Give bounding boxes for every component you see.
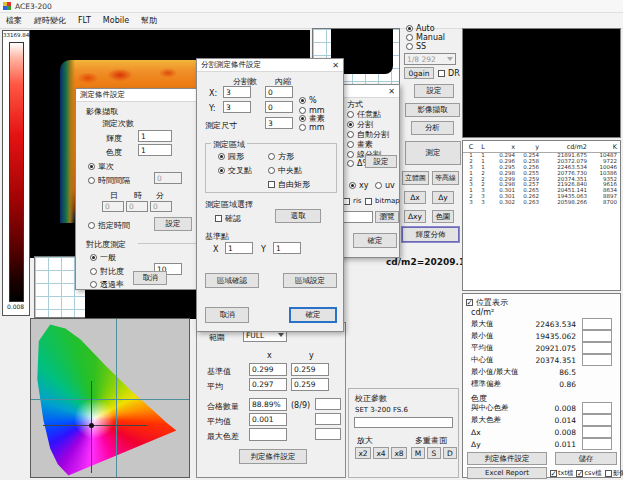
multi-d-button[interactable]: D: [443, 447, 457, 459]
zoom-x4-button[interactable]: x4: [373, 447, 389, 459]
x-div-field[interactable]: 3: [223, 86, 251, 98]
judge-condition-button[interactable]: 判定條件設定: [239, 449, 307, 464]
x-inset-field[interactable]: 0: [265, 86, 293, 98]
y-div-field[interactable]: 3: [223, 101, 251, 113]
stats-judge-button[interactable]: 判定條件設定: [467, 452, 547, 465]
avg-x-field[interactable]: 0.297: [249, 378, 287, 391]
luminance-dist-button[interactable]: 輝度分佈: [402, 227, 459, 242]
avg-y-field[interactable]: 0.259: [291, 378, 329, 391]
delta-y-button[interactable]: Δy: [432, 191, 454, 204]
menu-timechange[interactable]: 經時變化: [28, 15, 72, 26]
interval-field[interactable]: 0: [154, 172, 182, 184]
method-split-radio[interactable]: [347, 121, 354, 128]
region-cross-radio[interactable]: [218, 167, 225, 174]
csv-file-checkbox[interactable]: [576, 470, 583, 477]
timed-radio[interactable]: [88, 222, 95, 229]
method-anyp-radio[interactable]: [347, 111, 354, 118]
method-ok-button[interactable]: 確定: [353, 233, 397, 248]
gain-button[interactable]: 0gain: [404, 67, 434, 79]
menu-mobile[interactable]: Mobile: [97, 16, 135, 25]
base-y-field[interactable]: 1: [273, 242, 301, 254]
save-button[interactable]: 儲存: [555, 452, 617, 465]
measure-button[interactable]: 測定: [405, 141, 461, 165]
method-deltapct-radio[interactable]: [347, 160, 354, 167]
minute-field[interactable]: 0: [150, 201, 172, 212]
chevron-down-icon: [278, 333, 284, 337]
dialog-split-conditions: 分割測定條件設定 ✕ 分割數 內縮 X: 3 0 Y: 3 0 % mm 測定尺…: [196, 58, 344, 332]
timed-set-button[interactable]: 設定: [154, 217, 192, 231]
interval-radio[interactable]: [88, 177, 95, 184]
stats-rows-luminance: 最大值22463.534最小值19435.062平均值20921.075中心值2…: [463, 318, 620, 390]
method-linesplit-radio[interactable]: [347, 151, 354, 158]
ref-x-field[interactable]: 0.299: [249, 363, 287, 376]
set-button[interactable]: 設定: [414, 84, 454, 98]
analyze-button[interactable]: 分析: [411, 121, 454, 135]
table-row[interactable]: 330.3020.26320598.2668700: [463, 200, 620, 206]
auto-radio[interactable]: [406, 25, 413, 32]
excel-report-button[interactable]: Excel Report: [467, 467, 547, 479]
size-field[interactable]: 3: [265, 117, 293, 129]
area-confirm-button[interactable]: 區域確認: [205, 273, 259, 288]
ref-y-field[interactable]: 0.259: [291, 363, 329, 376]
delta-xy-button[interactable]: Δxy: [404, 210, 426, 223]
close-icon[interactable]: ✕: [332, 61, 339, 70]
region-center-radio[interactable]: [268, 167, 275, 174]
general-radio[interactable]: [90, 254, 97, 261]
contrast-radio[interactable]: [90, 268, 97, 275]
color-map-button[interactable]: 色圖: [432, 210, 454, 223]
image-file-label: 影像檔: [613, 469, 623, 478]
calib-field[interactable]: [354, 417, 453, 428]
method-pixel-radio[interactable]: [347, 141, 354, 148]
ris-checkbox[interactable]: [343, 198, 350, 205]
chroma-count-field[interactable]: 1: [138, 144, 172, 156]
y-inset-field[interactable]: 0: [265, 101, 293, 113]
split-ok-button[interactable]: 確定: [289, 307, 337, 323]
contour-button[interactable]: 等高線: [432, 171, 459, 185]
shutter-select[interactable]: 1/8 292: [404, 53, 456, 65]
multi-s-button[interactable]: S: [427, 447, 441, 459]
day-field[interactable]: 0: [102, 201, 124, 212]
close-icon[interactable]: ✕: [388, 87, 395, 96]
split-cancel-button[interactable]: 取消: [205, 307, 249, 323]
manual-radio[interactable]: [406, 34, 413, 41]
image-file-checkbox[interactable]: [605, 470, 612, 477]
cie-diagram[interactable]: [30, 318, 190, 478]
unit-percent-radio[interactable]: [299, 97, 306, 104]
zoom-x8-button[interactable]: x8: [391, 447, 407, 459]
hour-field[interactable]: 0: [126, 201, 148, 212]
multi-m-button[interactable]: M: [411, 447, 425, 459]
menu-file[interactable]: 檔案: [0, 15, 28, 26]
lum-label: 輝度: [106, 133, 122, 144]
transmit-radio[interactable]: [90, 281, 97, 288]
unit-mm2-radio[interactable]: [299, 124, 306, 131]
unit-pixel-radio[interactable]: [299, 115, 306, 122]
lum-count-field[interactable]: 1: [138, 130, 172, 142]
txt-file-checkbox[interactable]: [550, 470, 557, 477]
dr-checkbox[interactable]: [438, 70, 445, 77]
position-display-checkbox[interactable]: [466, 299, 473, 306]
base-x-field[interactable]: 1: [225, 242, 253, 254]
dialog-split-title-bar[interactable]: 分割測定條件設定 ✕: [197, 59, 343, 72]
capture-button[interactable]: 影像擷取: [405, 103, 460, 117]
menu-help[interactable]: 幫助: [135, 15, 163, 26]
method-autosplit-radio[interactable]: [347, 131, 354, 138]
method-set-button[interactable]: 設定: [365, 155, 397, 168]
measure-cancel-button[interactable]: 取消: [133, 271, 167, 285]
ss-radio[interactable]: [406, 43, 413, 50]
delta-x-button[interactable]: Δx: [404, 191, 426, 204]
coord-xy-radio[interactable]: [349, 182, 356, 189]
pick-button[interactable]: 選取: [275, 209, 321, 223]
browse-button[interactable]: 瀏覽: [375, 211, 399, 223]
single-radio[interactable]: [88, 163, 95, 170]
bitmap-checkbox[interactable]: [365, 198, 372, 205]
menu-flt[interactable]: FLT: [72, 16, 97, 25]
confirm-checkbox[interactable]: [215, 215, 222, 222]
coord-uv-radio[interactable]: [375, 182, 382, 189]
view3d-button[interactable]: 立體圖: [402, 171, 429, 185]
free-rect-checkbox[interactable]: [268, 181, 275, 188]
region-circle-radio[interactable]: [218, 153, 225, 160]
capture-image-view[interactable]: [462, 28, 621, 138]
zoom-x2-button[interactable]: x2: [355, 447, 371, 459]
area-set-button[interactable]: 區域設定: [283, 273, 337, 288]
region-rect-radio[interactable]: [268, 153, 275, 160]
